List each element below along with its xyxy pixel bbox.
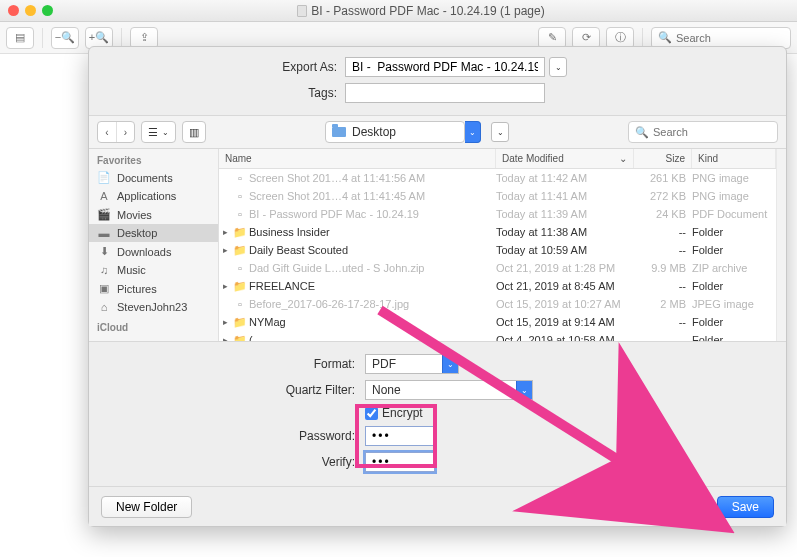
close-window-button[interactable] [8, 5, 19, 16]
col-kind[interactable]: Kind [692, 149, 776, 168]
file-size: -- [634, 244, 692, 256]
file-size: 272 KB [634, 190, 692, 202]
file-name: BI - Password PDF Mac - 10.24.19 [247, 208, 496, 220]
file-name: FREELANCE [247, 280, 496, 292]
export-as-input[interactable] [345, 57, 545, 77]
password-label: Password: [105, 429, 365, 443]
folder-icon: 📁 [233, 334, 247, 342]
zoom-out-button[interactable]: −🔍 [51, 27, 79, 49]
sidebar-item[interactable]: ⬇Downloads [89, 242, 218, 261]
file-name: NYMag [247, 316, 496, 328]
file-date: Oct 15, 2019 at 10:27 AM [496, 298, 634, 310]
location-dropdown-icon[interactable]: ⌄ [465, 121, 481, 143]
img-icon: ▫ [233, 298, 247, 310]
file-kind: Folder [692, 280, 776, 292]
sidebar-item[interactable]: ♫Music [89, 261, 218, 279]
zoom-window-button[interactable] [42, 5, 53, 16]
file-name: Dad Gift Guide L…uted - S John.zip [247, 262, 496, 274]
file-size: 2 MB [634, 298, 692, 310]
save-sheet: Export As: ⌄ Tags: ‹ › ☰ ⌄ ▥ Desktop ⌄ ⌄… [88, 46, 787, 527]
file-date: Today at 10:59 AM [496, 244, 634, 256]
sidebar-item[interactable]: AApplications [89, 187, 218, 205]
sidebar-item[interactable]: ▣Pictures [89, 279, 218, 298]
folder-icon [332, 127, 346, 137]
location-history-button[interactable]: ⌄ [491, 122, 509, 142]
file-row[interactable]: ▸📁FREELANCEOct 21, 2019 at 8:45 AM--Fold… [219, 277, 776, 295]
file-date: Oct 21, 2019 at 1:28 PM [496, 262, 634, 274]
file-date: Oct 21, 2019 at 8:45 AM [496, 280, 634, 292]
file-name: Screen Shot 201…4 at 11:41:45 AM [247, 190, 496, 202]
img-icon: ▫ [233, 190, 247, 202]
quartz-filter-select[interactable]: None ⌄ [365, 380, 533, 400]
file-name: Before_2017-06-26-17-28-17.jpg [247, 298, 496, 310]
file-search-input[interactable] [653, 126, 771, 138]
file-kind: PNG image [692, 172, 776, 184]
file-row[interactable]: ▫Before_2017-06-26-17-28-17.jpgOct 15, 2… [219, 295, 776, 313]
file-name: Daily Beast Scouted [247, 244, 496, 256]
disclosure-toggle[interactable]: ⌄ [549, 57, 567, 77]
save-button[interactable]: Save [717, 496, 774, 518]
window-title: BI - Password PDF Mac - 10.24.19 (1 page… [53, 4, 789, 18]
sidebar-item-icon: ▬ [97, 227, 111, 239]
nav-back-forward[interactable]: ‹ › [97, 121, 135, 143]
sidebar-item-icon: ▣ [97, 282, 111, 295]
verify-label: Verify: [105, 455, 365, 469]
sidebar-item-label: Desktop [117, 227, 157, 239]
verify-input[interactable] [365, 452, 435, 472]
file-row[interactable]: ▫BI - Password PDF Mac - 10.24.19Today a… [219, 205, 776, 223]
traffic-lights [8, 5, 53, 16]
file-date: Today at 11:39 AM [496, 208, 634, 220]
sidebar-item[interactable]: ⌂StevenJohn23 [89, 298, 218, 316]
forward-button[interactable]: › [116, 122, 134, 142]
file-kind: PNG image [692, 190, 776, 202]
col-size[interactable]: Size [634, 149, 692, 168]
sidebar-item-icon: 🎬 [97, 208, 111, 221]
chevron-down-icon: ⌄ [516, 381, 532, 399]
location-popup[interactable]: Desktop [325, 121, 465, 143]
file-search[interactable]: 🔍 [628, 121, 778, 143]
search-icon: 🔍 [658, 31, 672, 44]
group-menu[interactable]: ▥ [182, 121, 206, 143]
tags-input[interactable] [345, 83, 545, 103]
file-row[interactable]: ▸📁Business InsiderToday at 11:38 AM--Fol… [219, 223, 776, 241]
file-kind: ZIP archive [692, 262, 776, 274]
back-button[interactable]: ‹ [98, 122, 116, 142]
password-input[interactable] [365, 426, 435, 446]
file-row[interactable]: ▸📁(Oct 4, 2019 at 10:58 AM--Folder [219, 331, 776, 341]
sidebar-item[interactable]: ▬Desktop [89, 224, 218, 242]
encrypt-checkbox-input[interactable] [365, 407, 378, 420]
sidebar-toggle-button[interactable]: ▤ [6, 27, 34, 49]
folder-icon: 📁 [233, 226, 247, 239]
zip-icon: ▫ [233, 262, 247, 274]
file-row[interactable]: ▫Dad Gift Guide L…uted - S John.zipOct 2… [219, 259, 776, 277]
file-size: 261 KB [634, 172, 692, 184]
scrollbar[interactable] [776, 149, 786, 341]
sidebar-item[interactable]: 📄Documents [89, 168, 218, 187]
minimize-window-button[interactable] [25, 5, 36, 16]
col-date[interactable]: Date Modified ⌄ [496, 149, 634, 168]
file-kind: Folder [692, 316, 776, 328]
file-row[interactable]: ▸📁Daily Beast ScoutedToday at 10:59 AM--… [219, 241, 776, 259]
file-kind: Folder [692, 334, 776, 341]
col-name[interactable]: Name [219, 149, 496, 168]
format-select[interactable]: PDF ⌄ [365, 354, 459, 374]
file-row[interactable]: ▸📁NYMagOct 15, 2019 at 9:14 AM--Folder [219, 313, 776, 331]
toolbar-search-input[interactable] [676, 32, 784, 44]
column-headers[interactable]: Name Date Modified ⌄ Size Kind [219, 149, 776, 169]
file-list[interactable]: ▫Screen Shot 201…4 at 11:41:56 AMToday a… [219, 169, 776, 341]
file-size: 24 KB [634, 208, 692, 220]
sidebar-item-icon: ⌂ [97, 301, 111, 313]
folder-icon: 📁 [233, 316, 247, 329]
file-kind: Folder [692, 226, 776, 238]
view-mode-menu[interactable]: ☰ ⌄ [141, 121, 176, 143]
encrypt-checkbox[interactable]: Encrypt [365, 406, 423, 420]
folder-icon: 📁 [233, 280, 247, 293]
cancel-button[interactable]: Cancel [641, 496, 708, 518]
sidebar-item[interactable]: 🎬Movies [89, 205, 218, 224]
titlebar: BI - Password PDF Mac - 10.24.19 (1 page… [0, 0, 797, 22]
new-folder-button[interactable]: New Folder [101, 496, 192, 518]
file-date: Today at 11:38 AM [496, 226, 634, 238]
file-row[interactable]: ▫Screen Shot 201…4 at 11:41:56 AMToday a… [219, 169, 776, 187]
file-row[interactable]: ▫Screen Shot 201…4 at 11:41:45 AMToday a… [219, 187, 776, 205]
format-label: Format: [105, 357, 365, 371]
